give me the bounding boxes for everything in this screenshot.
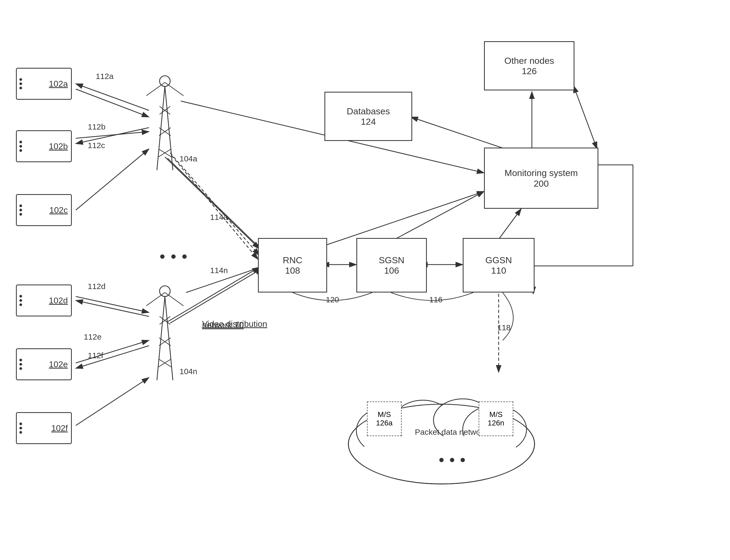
svg-line-33 (157, 86, 165, 170)
device-dots-102e (19, 359, 22, 370)
svg-line-18 (576, 92, 597, 149)
label-112e: 112e (84, 332, 102, 341)
diagram-container: 102a 102b 102c 102d (0, 0, 730, 560)
svg-line-27 (76, 346, 149, 368)
monitoring-system-box: Monitoring system 200 (484, 148, 598, 209)
ggsn-title: GGSN (485, 255, 512, 266)
dot (19, 213, 22, 216)
dot (19, 367, 22, 370)
device-102e: 102e (16, 348, 72, 380)
label-104a: 104a (180, 154, 197, 163)
label-112d: 112d (88, 282, 106, 291)
dot (19, 87, 22, 89)
device-dots-102a (19, 78, 22, 89)
device-102d: 102d (16, 285, 72, 316)
ms-126n-box: M/S 126n (479, 402, 513, 436)
svg-line-24 (76, 300, 149, 316)
svg-line-41 (146, 82, 165, 96)
device-label-102b: 102b (49, 141, 68, 151)
ggsn-box: GGSN 110 (463, 238, 535, 292)
svg-line-52 (146, 292, 165, 306)
rnc-box: RNC 108 (258, 238, 327, 292)
svg-line-42 (165, 82, 183, 96)
other-nodes-title: Other nodes (504, 55, 554, 66)
dot (19, 78, 22, 81)
label-112f: 112f (88, 351, 103, 360)
svg-line-5 (76, 132, 149, 138)
svg-line-16 (411, 117, 505, 149)
dot (19, 299, 22, 302)
databases-title: Databases (347, 106, 390, 117)
svg-point-62 (439, 458, 444, 462)
svg-line-45 (165, 296, 173, 380)
svg-line-4 (76, 128, 149, 144)
device-dots-102c (19, 204, 22, 216)
dot (19, 423, 22, 425)
device-102f: 102f (16, 412, 72, 444)
databases-num: 124 (361, 116, 376, 127)
svg-line-34 (165, 86, 173, 170)
dot (19, 209, 22, 211)
svg-line-6 (76, 149, 149, 210)
svg-line-2 (76, 84, 149, 110)
sgsn-title: SGSN (379, 255, 404, 266)
other-nodes-num: 126 (522, 66, 537, 76)
dot (19, 141, 22, 143)
svg-line-26 (76, 340, 149, 363)
sgsn-num: 106 (384, 265, 399, 276)
other-nodes-box: Other nodes 126 (484, 41, 574, 90)
monitoring-system-num: 200 (534, 178, 549, 189)
dot (19, 204, 22, 207)
dot (19, 149, 22, 152)
device-label-102a: 102a (49, 79, 68, 89)
label-112c: 112c (88, 141, 105, 150)
device-dots-102f (19, 423, 22, 434)
ms-126a-num: 126a (376, 419, 393, 427)
ellipsis-towers: • • • (160, 247, 188, 266)
label-118: 118 (497, 323, 511, 332)
sgsn-box: SGSN 106 (356, 238, 427, 292)
rnc-num: 108 (285, 265, 300, 276)
label-114a: 114a (210, 213, 228, 222)
ms-126n-num: 126n (488, 419, 504, 427)
dot (19, 303, 22, 306)
svg-point-63 (450, 458, 454, 462)
svg-line-53 (165, 292, 183, 306)
dot (19, 359, 22, 361)
device-label-102c: 102c (49, 205, 68, 215)
network-title-line2: network 10 (202, 320, 244, 330)
svg-line-25 (76, 296, 149, 312)
monitoring-system-title: Monitoring system (504, 168, 578, 178)
svg-rect-59 (364, 436, 516, 479)
dot (19, 431, 22, 434)
dot (19, 295, 22, 298)
dot (19, 427, 22, 429)
label-112a: 112a (96, 72, 114, 81)
dot (19, 363, 22, 366)
device-dots-102b (19, 141, 22, 152)
device-dots-102d (19, 295, 22, 306)
ms-126a-box: M/S 126a (367, 402, 402, 436)
label-104n: 104n (180, 367, 197, 376)
svg-line-31 (186, 191, 484, 292)
dot (19, 82, 22, 85)
svg-line-3 (76, 89, 149, 117)
rnc-title: RNC (283, 255, 302, 266)
ms-126n-label: M/S (489, 410, 503, 419)
label-116: 116 (429, 295, 443, 304)
svg-line-15 (499, 209, 521, 239)
svg-line-28 (76, 378, 149, 425)
device-102b: 102b (16, 130, 72, 162)
device-102a: 102a (16, 68, 72, 100)
device-label-102d: 102d (49, 296, 68, 306)
ms-126a-label: M/S (378, 410, 391, 419)
label-114n: 114n (210, 266, 228, 275)
label-112b: 112b (88, 122, 106, 131)
device-label-102f: 102f (51, 423, 68, 433)
svg-point-64 (461, 458, 465, 462)
databases-box: Databases 124 (324, 92, 412, 141)
svg-line-14 (392, 191, 484, 241)
svg-line-44 (157, 296, 165, 380)
label-120: 120 (326, 295, 339, 304)
device-label-102e: 102e (49, 360, 68, 369)
